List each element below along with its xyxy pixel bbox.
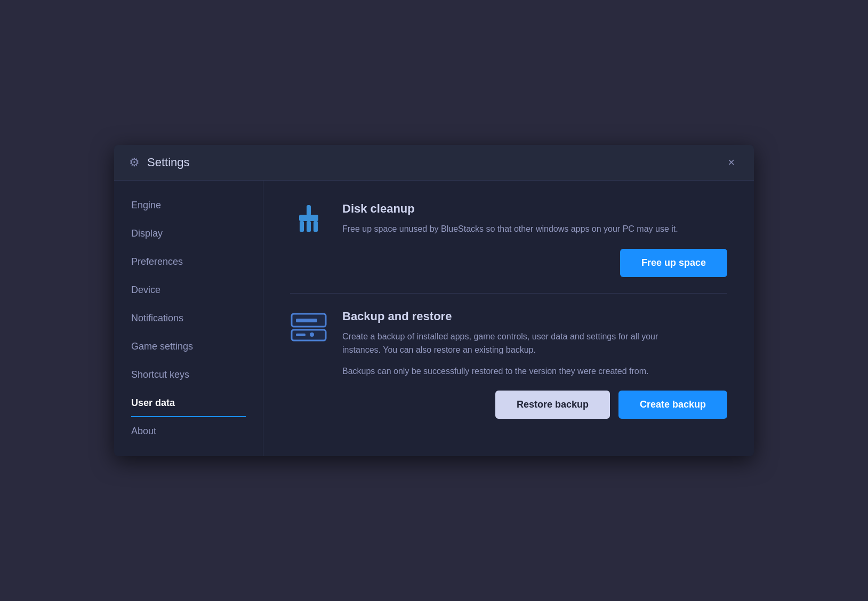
svg-point-9 [310, 332, 314, 337]
dialog-body: Engine Display Preferences Device Notifi… [114, 181, 754, 457]
main-content: Disk cleanup Free up space unused by Blu… [263, 181, 754, 457]
svg-rect-6 [296, 319, 317, 322]
backup-restore-header: Backup and restore Create a backup of in… [290, 310, 727, 378]
sidebar-item-display[interactable]: Display [114, 220, 263, 248]
close-button[interactable]: × [724, 155, 739, 170]
backup-restore-title: Backup and restore [342, 310, 684, 323]
disk-cleanup-text: Disk cleanup Free up space unused by Blu… [342, 202, 678, 236]
disk-cleanup-section: Disk cleanup Free up space unused by Blu… [290, 202, 727, 277]
backup-actions: Restore backup Create backup [290, 391, 727, 419]
restore-backup-button[interactable]: Restore backup [495, 391, 610, 419]
disk-cleanup-icon [290, 204, 327, 236]
create-backup-button[interactable]: Create backup [618, 391, 727, 419]
svg-rect-8 [296, 334, 306, 336]
disk-cleanup-description: Free up space unused by BlueStacks so th… [342, 222, 678, 236]
header-left: ⚙ Settings [129, 156, 190, 169]
sidebar-item-device[interactable]: Device [114, 276, 263, 304]
settings-dialog: ⚙ Settings × Engine Display Preferences … [114, 145, 754, 457]
svg-rect-0 [307, 205, 311, 216]
sidebar: Engine Display Preferences Device Notifi… [114, 181, 263, 457]
backup-restore-description: Create a backup of installed apps, game … [342, 330, 684, 357]
sidebar-item-preferences[interactable]: Preferences [114, 248, 263, 276]
sidebar-item-game-settings[interactable]: Game settings [114, 332, 263, 361]
free-up-space-button[interactable]: Free up space [620, 249, 727, 277]
broom-icon [293, 204, 325, 236]
disk-cleanup-title: Disk cleanup [342, 202, 678, 216]
backup-restore-text: Backup and restore Create a backup of in… [342, 310, 684, 378]
backup-warning: Backups can only be successfully restore… [342, 364, 684, 378]
svg-rect-2 [300, 221, 304, 232]
section-divider [290, 293, 727, 294]
backup-restore-section: Backup and restore Create a backup of in… [290, 310, 727, 419]
sidebar-item-engine[interactable]: Engine [114, 191, 263, 220]
sidebar-item-about[interactable]: About [114, 417, 263, 445]
disk-cleanup-actions: Free up space [290, 249, 727, 277]
sidebar-item-user-data[interactable]: User data [114, 389, 263, 417]
svg-rect-3 [307, 221, 311, 232]
backup-icon [290, 312, 327, 344]
sidebar-item-notifications[interactable]: Notifications [114, 304, 263, 332]
dialog-header: ⚙ Settings × [114, 145, 754, 181]
dialog-title: Settings [147, 156, 190, 169]
drive-icon [291, 312, 327, 344]
svg-rect-4 [314, 221, 318, 232]
disk-cleanup-header: Disk cleanup Free up space unused by Blu… [290, 202, 727, 236]
sidebar-item-shortcut-keys[interactable]: Shortcut keys [114, 361, 263, 389]
gear-icon: ⚙ [129, 156, 140, 169]
svg-rect-1 [299, 215, 318, 221]
